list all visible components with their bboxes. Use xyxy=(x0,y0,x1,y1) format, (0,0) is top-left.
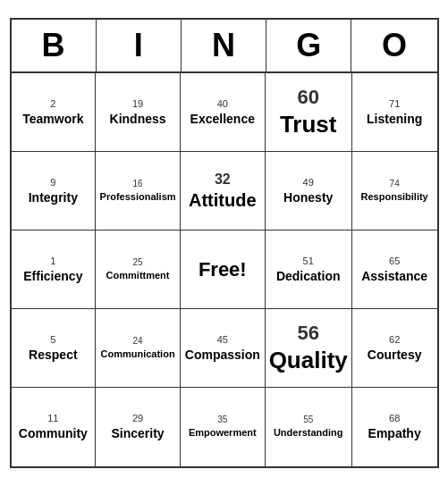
cell-number: 51 xyxy=(303,256,314,267)
header-letter: G xyxy=(266,20,351,71)
bingo-cell: 1 Efficiency xyxy=(12,230,97,309)
header-letter: I xyxy=(97,20,182,71)
cell-label: Teamwork xyxy=(22,112,83,127)
cell-label: Trust xyxy=(280,111,337,138)
bingo-cell: 74 Responsibility xyxy=(352,152,437,230)
cell-number: 32 xyxy=(215,171,231,188)
cell-number: 25 xyxy=(133,257,143,268)
cell-label: Assistance xyxy=(361,269,427,284)
cell-number: 49 xyxy=(303,177,314,189)
bingo-cell: 2 Teamwork xyxy=(12,73,97,152)
cell-label: Kindness xyxy=(110,112,166,127)
cell-number: 1 xyxy=(50,256,55,267)
cell-label: Community xyxy=(19,426,88,441)
cell-label: Communication xyxy=(101,348,175,360)
cell-label: Empowerment xyxy=(189,427,257,439)
bingo-cell: 35 Empowerment xyxy=(181,388,266,466)
cell-number: 35 xyxy=(217,415,227,425)
cell-label: Sincerity xyxy=(111,426,164,441)
cell-number: 16 xyxy=(133,179,143,189)
cell-label: Listening xyxy=(367,112,422,127)
bingo-cell: 60 Trust xyxy=(266,73,352,152)
bingo-cell: 62 Courtesy xyxy=(352,309,437,388)
cell-number: 55 xyxy=(303,415,313,425)
cell-number: 74 xyxy=(390,179,400,189)
cell-number: 11 xyxy=(47,413,58,424)
bingo-cell: 16 Professionalism xyxy=(96,152,181,230)
header-letter: N xyxy=(182,20,266,71)
bingo-cell: 56 Quality xyxy=(266,309,352,388)
header-letter: O xyxy=(351,20,436,71)
bingo-cell: 29 Sincerity xyxy=(96,388,181,466)
cell-number: 19 xyxy=(132,98,143,110)
cell-number: 24 xyxy=(133,336,143,347)
bingo-cell: 24 Communication xyxy=(96,309,181,388)
cell-label: Courtesy xyxy=(368,348,422,363)
cell-number: 60 xyxy=(297,86,318,109)
bingo-cell: 40 Excellence xyxy=(181,73,266,152)
cell-label: Professionalism xyxy=(100,191,176,203)
bingo-cell: 5 Respect xyxy=(12,309,97,388)
cell-label: Dedication xyxy=(276,269,341,284)
cell-label: Honesty xyxy=(283,190,333,205)
cell-label: Excellence xyxy=(190,112,255,127)
bingo-cell: 49 Honesty xyxy=(266,152,352,230)
free-space: Free! xyxy=(199,258,247,281)
cell-number: 45 xyxy=(217,334,228,346)
bingo-cell: 19 Kindness xyxy=(96,73,181,152)
bingo-cell: 68 Empathy xyxy=(352,388,437,466)
bingo-cell: 25 Committment xyxy=(96,230,181,309)
cell-label: Respect xyxy=(29,348,77,363)
cell-label: Quality xyxy=(269,347,348,374)
cell-number: 9 xyxy=(50,177,55,189)
bingo-cell: Free! xyxy=(181,230,266,309)
bingo-cell: 9 Integrity xyxy=(12,152,97,230)
cell-label: Efficiency xyxy=(23,269,82,284)
cell-label: Committment xyxy=(106,270,170,281)
bingo-cell: 71 Listening xyxy=(352,73,437,152)
cell-number: 71 xyxy=(389,98,400,110)
bingo-cell: 11 Community xyxy=(12,388,97,466)
cell-number: 65 xyxy=(389,256,400,267)
cell-number: 56 xyxy=(297,322,318,345)
bingo-cell: 65 Assistance xyxy=(352,230,437,309)
cell-label: Empathy xyxy=(368,426,421,441)
cell-label: Attitude xyxy=(189,189,257,211)
cell-label: Integrity xyxy=(29,190,78,205)
cell-number: 62 xyxy=(389,334,400,346)
cell-label: Responsibility xyxy=(361,191,428,203)
cell-number: 5 xyxy=(50,334,55,346)
header-letter: B xyxy=(12,20,97,71)
bingo-cell: 55 Understanding xyxy=(266,388,352,466)
bingo-header: BINGO xyxy=(12,20,437,73)
cell-label: Compassion xyxy=(185,348,260,363)
cell-number: 2 xyxy=(50,98,55,110)
bingo-grid: 2 Teamwork 19 Kindness 40 Excellence 60 … xyxy=(12,73,437,466)
bingo-cell: 32 Attitude xyxy=(181,152,266,230)
bingo-cell: 45 Compassion xyxy=(181,309,266,388)
cell-number: 40 xyxy=(217,98,228,110)
bingo-cell: 51 Dedication xyxy=(266,230,352,309)
bingo-card: BINGO 2 Teamwork 19 Kindness 40 Excellen… xyxy=(10,18,439,468)
cell-number: 29 xyxy=(132,413,143,424)
cell-number: 68 xyxy=(389,413,400,424)
cell-label: Understanding xyxy=(274,427,343,439)
